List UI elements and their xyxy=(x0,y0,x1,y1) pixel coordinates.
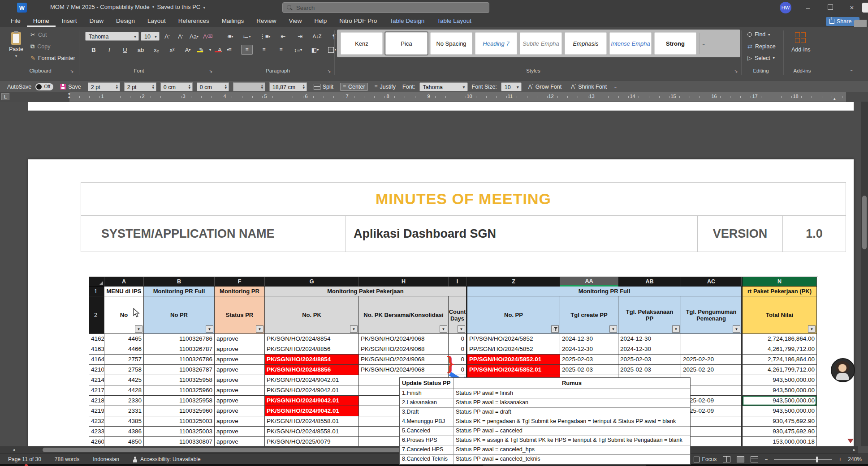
word-app-icon[interactable]: W xyxy=(17,3,27,13)
horizontal-ruler[interactable]: L 123456789101112131415161718 ▾▴ ▴ xyxy=(0,92,868,102)
restore-button[interactable] xyxy=(823,0,838,14)
format-painter-button[interactable]: ✎Format Painter xyxy=(30,55,75,61)
styles-more-button[interactable]: ⌄ xyxy=(699,33,708,54)
strikethrough-button[interactable]: ab xyxy=(135,45,147,55)
collapse-ribbon-button[interactable]: ⌄ xyxy=(850,67,853,72)
ribbon-tab[interactable]: Help xyxy=(308,16,333,27)
font-size-combo[interactable]: 10 xyxy=(141,32,160,41)
scroll-left-arrow[interactable]: ◂ xyxy=(13,447,15,452)
qat-font-size-combo[interactable]: 10 xyxy=(501,82,522,91)
underline-button[interactable]: U xyxy=(119,45,131,55)
cut-button[interactable]: ✂Cut xyxy=(30,31,47,38)
shrink-font-button[interactable]: Aˇ xyxy=(175,31,186,41)
ribbon-tab[interactable]: File xyxy=(4,16,27,27)
center-button[interactable]: ≡ Center xyxy=(340,83,368,91)
tab-stop-selector[interactable]: L xyxy=(1,93,9,100)
minimize-button[interactable]: – xyxy=(800,0,816,14)
shrink-font-qat-button[interactable]: Aˇ Shrink Font xyxy=(568,82,609,91)
style-chip[interactable]: Kenz xyxy=(341,32,383,55)
spacing-after-field[interactable]: 2 pt xyxy=(124,82,156,91)
qat-font-combo[interactable]: Tahoma xyxy=(419,82,468,91)
style-chip[interactable]: No Spacing xyxy=(430,32,472,55)
web-layout-button[interactable] xyxy=(751,456,758,462)
ribbon-tab[interactable]: Nitro PDF Pro xyxy=(333,16,383,27)
increase-indent-button[interactable]: ⇥ xyxy=(294,31,306,41)
ribbon-tab[interactable]: Insert xyxy=(56,16,83,27)
autosave-toggle[interactable]: Off xyxy=(35,83,53,90)
line-spacing-button[interactable]: ↕≡▾ xyxy=(292,45,304,55)
read-mode-button[interactable] xyxy=(723,456,730,462)
shading-button[interactable]: ◧▾ xyxy=(309,45,321,55)
change-case-button[interactable]: Aa▾ xyxy=(188,31,200,41)
style-chip[interactable]: Heading 7 xyxy=(475,32,517,55)
style-chip[interactable]: Subtle Empha xyxy=(520,32,562,55)
align-center-button[interactable]: ≡ xyxy=(241,45,253,55)
grow-font-qat-button[interactable]: Aˆ Grow Font xyxy=(526,82,564,91)
zoom-level[interactable]: 240% xyxy=(848,456,862,462)
focus-mode-button[interactable]: Focus xyxy=(694,456,717,462)
table-width-field[interactable]: 18,87 cm xyxy=(269,82,307,91)
styles-dialog-launcher[interactable]: ↘ xyxy=(734,68,738,73)
empty-field[interactable] xyxy=(233,82,265,91)
font-name-combo[interactable]: Tahoma xyxy=(85,32,139,41)
ribbon-tab[interactable]: Table Layout xyxy=(431,16,478,27)
style-chip[interactable]: Pica xyxy=(385,32,428,55)
word-count[interactable]: 788 words xyxy=(55,456,79,462)
page-indicator[interactable]: Page 11 of 30 xyxy=(8,456,41,462)
spacing-before-field[interactable]: 2 pt xyxy=(88,82,120,91)
multilevel-list-button[interactable]: ⋮≡▾ xyxy=(258,31,272,41)
split-button[interactable]: Split xyxy=(311,83,336,91)
vertical-scroll-thumb[interactable] xyxy=(862,196,867,249)
save-location-text[interactable]: Saved to this PC xyxy=(157,4,200,10)
italic-button[interactable]: I xyxy=(104,45,115,55)
right-indent-marker[interactable]: ▴ xyxy=(833,96,836,101)
indent-left-field[interactable]: 0 cm xyxy=(160,82,193,91)
paragraph-dialog-launcher[interactable]: ↘ xyxy=(327,68,331,73)
search-input[interactable] xyxy=(295,4,467,12)
paste-button[interactable]: Paste ▾ xyxy=(6,30,26,65)
ribbon-tab[interactable]: References xyxy=(172,16,216,27)
superscript-button[interactable]: x² xyxy=(166,45,178,55)
ribbon-tab[interactable]: Review xyxy=(250,16,282,27)
vertical-scrollbar[interactable] xyxy=(861,102,868,446)
highlight-color-button[interactable]: ✎▾ xyxy=(198,45,212,55)
ribbon-tab[interactable]: Layout xyxy=(141,16,172,27)
add-ins-button[interactable]: Add-ins xyxy=(791,32,810,53)
bold-button[interactable]: B xyxy=(88,45,99,55)
clear-formatting-button[interactable]: A⌫ xyxy=(202,31,214,41)
qat-overflow-button[interactable]: ⌄ xyxy=(613,84,617,89)
zoom-out-button[interactable]: − xyxy=(764,456,768,462)
style-chip[interactable]: Strong xyxy=(654,32,696,55)
decrease-indent-button[interactable]: ⇤ xyxy=(277,31,289,41)
accessibility-status[interactable]: Accessibility: Unavailable xyxy=(133,456,201,462)
copy-button[interactable]: ⧉Copy xyxy=(30,43,50,50)
ribbon-tab[interactable]: Mailings xyxy=(216,16,250,27)
print-layout-button[interactable] xyxy=(737,456,744,462)
replace-button[interactable]: ⇄ Replace xyxy=(747,43,776,50)
justify-qat-button[interactable]: ≡ Justify xyxy=(372,83,398,91)
chevron-down-icon[interactable]: ▾ xyxy=(203,5,205,10)
style-chip[interactable]: Emphasis xyxy=(565,32,607,55)
sort-button[interactable]: A↓Z xyxy=(311,31,323,41)
indent-right-field[interactable]: 0 cm xyxy=(197,82,229,91)
grow-font-button[interactable]: Aˆ xyxy=(161,31,173,41)
style-chip[interactable]: Intense Empha xyxy=(609,32,652,55)
zoom-slider[interactable] xyxy=(774,459,832,460)
ribbon-tab[interactable]: Design xyxy=(110,16,141,27)
ribbon-tab[interactable]: View xyxy=(282,16,308,27)
font-dialog-launcher[interactable]: ↘ xyxy=(209,68,212,73)
zoom-slider-thumb[interactable] xyxy=(816,457,818,462)
scroll-down-indicator[interactable] xyxy=(847,439,854,443)
save-button[interactable]: Save xyxy=(57,83,84,91)
indent-markers[interactable]: ▾▴ xyxy=(68,93,70,98)
ribbon-tab[interactable]: Table Design xyxy=(383,16,431,27)
text-effects-button[interactable]: A▾ xyxy=(182,45,194,55)
bullets-button[interactable]: ∙≡▾ xyxy=(224,31,236,41)
align-right-button[interactable]: ≡ xyxy=(258,45,270,55)
zoom-in-button[interactable]: + xyxy=(838,456,842,462)
scroll-right-arrow[interactable]: ▸ xyxy=(853,447,855,452)
numbering-button[interactable]: ≔▾ xyxy=(241,31,253,41)
align-left-button[interactable]: ≡ xyxy=(224,45,236,55)
find-button[interactable]: Find▾ xyxy=(747,31,770,38)
justify-button[interactable]: ≡ xyxy=(275,45,287,55)
